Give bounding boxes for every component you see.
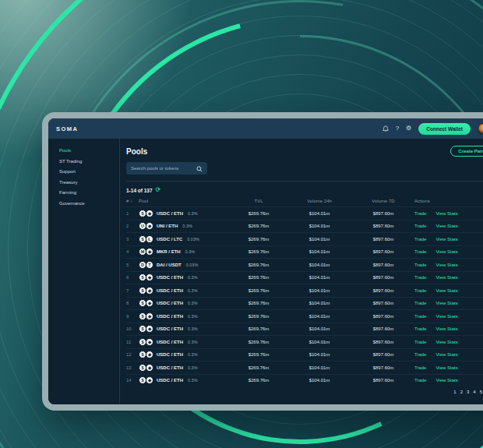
view-stats-link[interactable]: View Stats (435, 314, 457, 319)
trade-link[interactable]: Trade (414, 263, 426, 267)
table-row: 8 $ ◆ USDC / ETH 0.3% $269.76m $104.01m … (126, 297, 483, 310)
row-rank: 1 (126, 211, 139, 216)
trade-link[interactable]: Trade (414, 378, 426, 383)
view-stats-link[interactable]: View Stats (435, 237, 457, 242)
create-pair-button[interactable]: Create Pair (450, 146, 483, 157)
page-number-5[interactable]: 5 (480, 390, 482, 394)
trade-link[interactable]: Trade (414, 326, 426, 331)
vol24-cell: $104.01m (287, 314, 352, 319)
fee-label: 0.3% (188, 352, 198, 357)
token2-icon: ◆ (146, 312, 153, 320)
row-rank: 7 (126, 288, 139, 293)
refresh-icon[interactable]: ⟳ (156, 187, 161, 193)
view-stats-link[interactable]: View Stats (435, 224, 457, 228)
pool-cell: $ ◆ USDC / ETH 0.3% (139, 376, 231, 384)
topbar-actions: ? ⚙ Connect Wallet (383, 123, 483, 135)
search-input[interactable] (131, 166, 196, 171)
sidebar-item-pools[interactable]: Pools (59, 148, 119, 153)
pair-label: USDC / ETH (157, 352, 183, 357)
view-stats-link[interactable]: View Stats (435, 288, 457, 293)
vol7-cell: $897.60m (352, 314, 414, 319)
view-stats-link[interactable]: View Stats (435, 249, 457, 254)
row-rank: 11 (126, 340, 139, 344)
fee-label: 0.3% (188, 326, 198, 331)
count-row: 1-14 of 137 ⟳ (126, 187, 483, 193)
actions-cell: Trade View Stats (414, 314, 483, 319)
token2-icon: ◆ (146, 351, 153, 358)
trade-link[interactable]: Trade (414, 275, 426, 280)
vol24-cell: $104.01m (287, 237, 352, 242)
view-stats-link[interactable]: View Stats (435, 301, 457, 305)
table-row: 2 U ◆ UNI / ETH 0.3% $269.76m $104.01m $… (126, 220, 483, 233)
fee-label: 0.3% (188, 314, 198, 319)
actions-cell: Trade View Stats (414, 224, 483, 228)
desktop-background: SOMA ? ⚙ Connect Wallet PoolsST TradingS… (0, 0, 483, 448)
view-stats-link[interactable]: View Stats (435, 263, 457, 267)
bell-icon[interactable] (383, 125, 389, 132)
fee-label: 0.3% (182, 224, 192, 228)
trade-link[interactable]: Trade (414, 237, 426, 242)
actions-cell: Trade View Stats (414, 326, 483, 331)
table-row: 5 D T DAI / USDT 0.03% $269.76m $104.01m… (126, 258, 483, 271)
header-rank[interactable]: # ↓ (126, 199, 139, 203)
page-number-4[interactable]: 4 (473, 390, 475, 394)
trade-link[interactable]: Trade (414, 352, 426, 357)
trade-link[interactable]: Trade (414, 224, 426, 228)
token2-icon: ◆ (146, 210, 153, 217)
table-row: 9 $ ◆ USDC / ETH 0.3% $269.76m $104.01m … (126, 309, 483, 323)
pair-label: USDC / ETH (157, 365, 183, 370)
connect-wallet-button[interactable]: Connect Wallet (418, 123, 471, 135)
header-actions: Actions (414, 199, 483, 203)
trade-link[interactable]: Trade (414, 340, 426, 344)
page-number-1[interactable]: 1 (453, 390, 456, 394)
sidebar-item-farming[interactable]: Farming (59, 190, 119, 195)
trade-link[interactable]: Trade (414, 249, 426, 254)
sidebar-item-governance[interactable]: Governance (59, 201, 119, 206)
help-icon[interactable]: ? (396, 125, 399, 132)
gear-icon[interactable]: ⚙ (406, 125, 411, 132)
actions-cell: Trade View Stats (414, 211, 483, 216)
tvl-cell: $269.76m (231, 237, 287, 242)
view-stats-link[interactable]: View Stats (435, 352, 457, 357)
pair-label: USDC / LTC (157, 237, 182, 242)
pair-label: USDC / ETH (157, 314, 183, 319)
page-number-3[interactable]: 3 (467, 390, 469, 394)
table-row: 1 $ ◆ USDC / ETH 0.3% $269.76m $104.01m … (126, 206, 483, 220)
view-stats-link[interactable]: View Stats (435, 211, 457, 216)
actions-cell: Trade View Stats (414, 352, 483, 357)
pool-cell: D T DAI / USDT 0.03% (139, 261, 231, 269)
sidebar-item-treasury[interactable]: Treasury (59, 180, 119, 185)
tvl-cell: $269.76m (231, 378, 287, 383)
fee-label: 0.3% (188, 378, 198, 383)
search-box[interactable] (126, 162, 207, 175)
row-rank: 10 (126, 326, 139, 331)
header-vol7d: Volume 7D (352, 199, 414, 203)
trade-link[interactable]: Trade (414, 211, 426, 216)
user-avatar[interactable] (478, 123, 483, 135)
row-rank: 4 (126, 249, 139, 254)
row-rank: 9 (126, 314, 139, 319)
view-stats-link[interactable]: View Stats (435, 365, 457, 370)
vol7-cell: $897.60m (352, 352, 414, 357)
token2-icon: ◆ (146, 338, 153, 346)
app-logo: SOMA (56, 125, 79, 132)
page-number-2[interactable]: 2 (460, 390, 463, 394)
pool-cell: $ Ł USDC / LTC 0.03% (139, 235, 231, 243)
sidebar-item-st-trading[interactable]: ST Trading (59, 159, 119, 164)
trade-link[interactable]: Trade (414, 314, 426, 319)
view-stats-link[interactable]: View Stats (435, 275, 457, 280)
sidebar-item-support[interactable]: Support (59, 169, 119, 174)
trade-link[interactable]: Trade (414, 365, 426, 370)
table-row: 6 $ ◆ USDC / ETH 0.3% $269.76m $104.01m … (126, 271, 483, 284)
view-stats-link[interactable]: View Stats (435, 326, 457, 331)
row-rank: 5 (126, 263, 139, 267)
view-stats-link[interactable]: View Stats (435, 378, 457, 383)
actions-cell: Trade View Stats (414, 365, 483, 370)
fee-label: 0.3% (188, 275, 198, 280)
pair-label: USDC / ETH (157, 275, 183, 280)
trade-link[interactable]: Trade (414, 301, 426, 305)
view-stats-link[interactable]: View Stats (435, 340, 457, 344)
trade-link[interactable]: Trade (414, 288, 426, 293)
vol7-cell: $897.60m (352, 249, 414, 254)
table-row: 7 $ ◆ USDC / ETH 0.3% $269.76m $104.01m … (126, 284, 483, 297)
